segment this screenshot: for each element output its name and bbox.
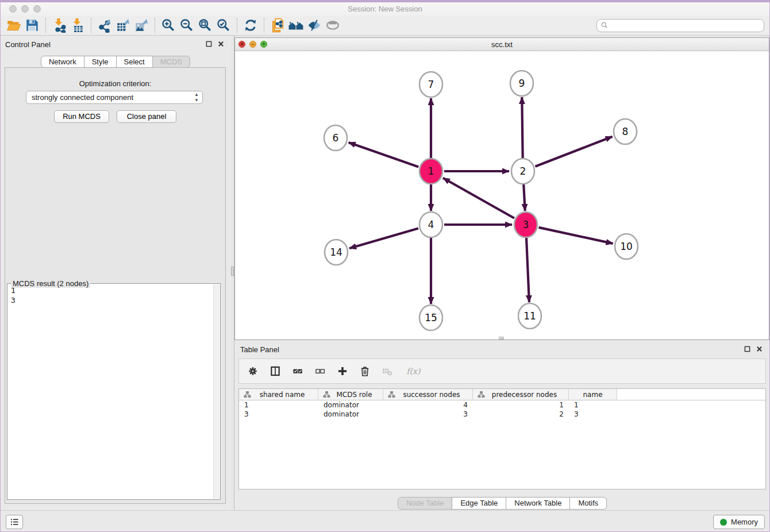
- zoom-selected-icon[interactable]: [214, 17, 233, 34]
- graph-edge-2-8[interactable]: [535, 137, 612, 167]
- control-panel-title: Control Panel: [5, 40, 51, 49]
- table-panel-tabs: Node Table Edge Table Network Table Moti…: [234, 497, 770, 510]
- tab-motifs[interactable]: Motifs: [569, 497, 607, 510]
- close-panel-icon[interactable]: [756, 346, 763, 352]
- graph-node-15[interactable]: 15: [419, 305, 442, 330]
- save-session-icon[interactable]: [23, 17, 41, 34]
- list-icon: [10, 517, 20, 527]
- column-label: MCDS role: [333, 391, 380, 399]
- column-header-predecessor-nodes[interactable]: predecessor nodes: [473, 389, 569, 400]
- duplicate-network-icon[interactable]: [268, 17, 287, 34]
- graph-node-3[interactable]: 3: [514, 212, 537, 237]
- graph-node-11[interactable]: 11: [518, 303, 541, 329]
- open-session-icon[interactable]: [5, 17, 23, 34]
- graph-node-2[interactable]: 2: [511, 159, 534, 184]
- graph-node-label: 4: [428, 219, 434, 230]
- table-row[interactable]: 3 dominator 3 2 3: [239, 410, 765, 419]
- criterion-select[interactable]: strongly connected component ▲▼: [26, 91, 203, 104]
- table-row[interactable]: 1 dominator 4 1 1: [239, 400, 765, 410]
- result-line: 3: [11, 295, 217, 305]
- search-input[interactable]: [609, 21, 760, 30]
- table-header-row: shared name MCDS role successor nodes pr…: [239, 389, 765, 400]
- graph-node-7[interactable]: 7: [419, 72, 442, 97]
- create-column-icon[interactable]: [336, 365, 349, 377]
- apply-layout-icon[interactable]: [241, 17, 260, 34]
- maximize-network-icon[interactable]: +: [260, 41, 267, 48]
- control-panel: Control Panel Network Style Select MCDS …: [0, 36, 231, 510]
- graph-edge-2-3[interactable]: [523, 184, 525, 211]
- search-box[interactable]: [596, 19, 764, 32]
- graph-edge-1-6[interactable]: [349, 142, 419, 167]
- hide-graphics-details-icon[interactable]: [305, 17, 324, 34]
- tab-style[interactable]: Style: [84, 56, 117, 68]
- tab-select[interactable]: Select: [116, 56, 153, 68]
- minimize-network-icon[interactable]: −: [249, 41, 256, 48]
- hierarchy-icon: [323, 391, 330, 398]
- tab-node-table[interactable]: Node Table: [398, 497, 453, 510]
- graph-node-label: 3: [523, 219, 529, 230]
- export-image-icon[interactable]: [132, 17, 151, 34]
- graph-edge-3-11[interactable]: [526, 238, 529, 302]
- hierarchy-icon: [388, 391, 395, 398]
- graph-node-14[interactable]: 14: [325, 240, 348, 265]
- maximize-window-button[interactable]: [33, 5, 41, 13]
- close-window-button[interactable]: [9, 5, 17, 13]
- column-header-mcds-role[interactable]: MCDS role: [318, 389, 383, 400]
- graph-node-1[interactable]: 1: [419, 159, 442, 184]
- graph-node-10[interactable]: 10: [615, 234, 638, 259]
- import-network-icon[interactable]: [50, 17, 68, 34]
- hierarchy-icon: [478, 391, 485, 398]
- delete-table-icon[interactable]: [381, 365, 394, 377]
- tab-edge-table[interactable]: Edge Table: [452, 497, 506, 510]
- memory-button[interactable]: Memory: [713, 515, 765, 529]
- birds-eye-view-icon[interactable]: [324, 17, 342, 34]
- column-header-name[interactable]: name: [569, 389, 617, 400]
- graph-edge-4-14[interactable]: [349, 228, 418, 248]
- graph-edge-3-1[interactable]: [443, 178, 514, 218]
- select-all-columns-icon[interactable]: [291, 365, 304, 377]
- zoom-fit-icon[interactable]: [196, 17, 214, 34]
- network-canvas[interactable]: 1234678910111415: [235, 52, 769, 340]
- export-network-icon[interactable]: [95, 17, 114, 34]
- result-scrollbar[interactable]: [213, 284, 220, 499]
- graph-node-9[interactable]: 9: [510, 71, 533, 96]
- first-neighbors-icon[interactable]: [287, 17, 305, 34]
- graph-node-label: 14: [330, 246, 342, 258]
- splitter-grip[interactable]: [231, 267, 234, 276]
- function-builder-icon[interactable]: f(x): [403, 365, 423, 377]
- horizontal-splitter-grip[interactable]: [499, 337, 504, 340]
- graph-edge-2-9[interactable]: [522, 97, 522, 158]
- zoom-in-icon[interactable]: [159, 17, 178, 34]
- task-history-button[interactable]: [6, 515, 23, 529]
- toolbar-separator: [237, 18, 237, 33]
- graph-edge-3-10[interactable]: [538, 228, 613, 244]
- close-network-icon[interactable]: ✕: [238, 41, 245, 48]
- float-panel-icon[interactable]: [206, 41, 212, 47]
- column-label: shared name: [253, 391, 315, 399]
- deselect-all-columns-icon[interactable]: [314, 365, 326, 377]
- graph-node-label: 1: [428, 165, 434, 177]
- tab-network[interactable]: Network: [41, 56, 84, 68]
- delete-column-icon[interactable]: [359, 365, 371, 377]
- graph-node-8[interactable]: 8: [614, 119, 637, 144]
- column-layout-icon[interactable]: [269, 365, 282, 377]
- close-panel-button[interactable]: Close panel: [117, 110, 176, 123]
- column-header-shared-name[interactable]: shared name: [239, 389, 318, 400]
- attribute-settings-icon[interactable]: [247, 365, 259, 377]
- graph-node-4[interactable]: 4: [419, 212, 442, 237]
- tab-network-table[interactable]: Network Table: [506, 497, 570, 510]
- export-table-icon[interactable]: [114, 17, 132, 34]
- cell-predecessor-nodes: 2: [473, 410, 569, 418]
- graph-node-6[interactable]: 6: [324, 125, 347, 151]
- column-header-successor-nodes[interactable]: successor nodes: [383, 389, 473, 400]
- zoom-out-icon[interactable]: [178, 17, 196, 34]
- import-table-icon[interactable]: [68, 17, 87, 34]
- select-stepper-icon: ▲▼: [194, 92, 199, 103]
- run-mcds-button[interactable]: Run MCDS: [54, 110, 109, 123]
- close-panel-icon[interactable]: [218, 41, 224, 47]
- minimize-window-button[interactable]: [21, 5, 29, 13]
- graph-node-label: 7: [428, 79, 434, 90]
- toolbar-separator: [45, 18, 46, 33]
- float-panel-icon[interactable]: [744, 346, 750, 352]
- tab-mcds[interactable]: MCDS: [152, 56, 190, 68]
